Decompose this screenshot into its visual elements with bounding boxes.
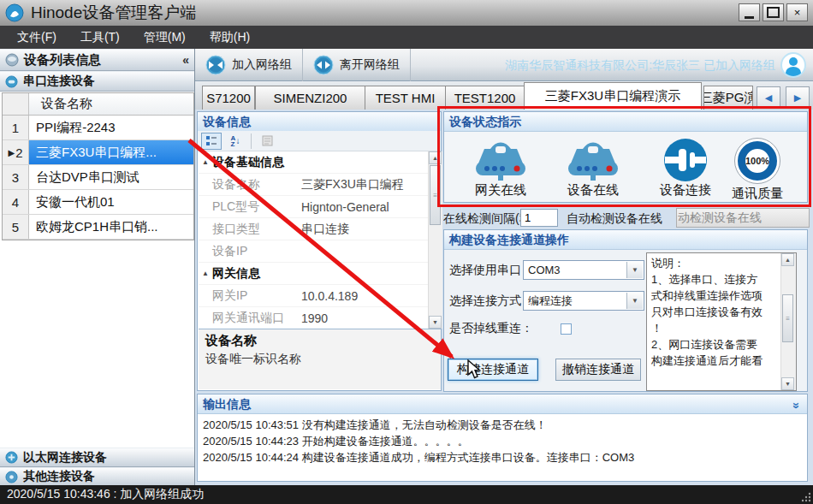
indicator-device-online: 设备在线 — [549, 138, 638, 199]
scroll-thumb[interactable]: ≡ — [430, 165, 441, 225]
menu-file[interactable]: 文件(F) — [5, 26, 68, 49]
sidebar-header[interactable]: 设备列表信息 « — [0, 49, 194, 71]
connect-mode-label: 选择连接方式 — [449, 294, 521, 309]
description-text: 设备唯一标识名称 — [205, 352, 434, 367]
resize-grip[interactable] — [801, 492, 811, 502]
device-row[interactable]: 1 PPI编程-2243 — [3, 116, 193, 140]
tab-test-hmi[interactable]: TEST HMI — [365, 86, 446, 110]
app-window: Hinode设备管理客户端 × 文件(F) 工具(T) 管理(M) 帮助(H) … — [0, 0, 813, 504]
detect-interval-input[interactable]: 1 — [520, 209, 558, 227]
device-table: 设备名称 1 PPI编程-2243 ▶2 三菱FX3U串口编程... 3 台达D… — [2, 92, 194, 240]
property-pages-icon — [262, 135, 273, 146]
tab-mitsubishi-pg[interactable]: 三菱PG演 — [703, 86, 753, 110]
property-category[interactable]: ▲设备基础信息 — [199, 151, 428, 174]
dropdown-arrow-icon[interactable]: ▼ — [626, 262, 643, 278]
minimize-icon — [745, 16, 754, 19]
property-grid-scrollbar[interactable]: ▲ ≡ ▼ — [428, 151, 442, 329]
property-row[interactable]: 接口类型串口连接 — [199, 218, 428, 240]
property-row[interactable]: 网关通讯端口1990 — [199, 307, 428, 329]
category-triangle-icon: ▲ — [199, 158, 212, 166]
property-category[interactable]: ▲网关信息 — [199, 263, 428, 285]
serial-port-combobox[interactable]: COM3 ▼ — [523, 260, 644, 280]
maximize-icon — [767, 7, 780, 18]
index-column-header — [3, 93, 29, 115]
indicator-comm-quality: 100% 通讯质量 — [713, 138, 802, 202]
other-device-icon — [5, 471, 18, 483]
section-serial-devices[interactable]: 串口连接设备 — [0, 71, 194, 92]
output-panel-title: 输出信息 » — [198, 394, 807, 414]
tab-s71200[interactable]: S71200 — [202, 86, 255, 110]
sort-az-icon: AZ ↓ — [231, 135, 240, 147]
row-selected-marker: ▶ — [8, 148, 15, 157]
company-status-text: 湖南华辰智通科技有限公司:华辰张三 已加入网络组 — [505, 49, 775, 81]
instructions-scrollbar[interactable]: ▲ ≡ ▼ — [780, 253, 796, 390]
close-button[interactable]: × — [786, 3, 808, 21]
collapse-chevron-icon[interactable]: » — [787, 402, 806, 409]
connect-mode-combobox[interactable]: 编程连接 ▼ — [523, 291, 644, 311]
auto-detect-button-disabled: 自动检测设备在线 — [676, 208, 810, 228]
section-ethernet-devices[interactable]: 以太网连接设备 — [0, 448, 194, 467]
name-column-header: 设备名称 — [29, 93, 193, 115]
destroy-channel-button[interactable]: 撤销连接通道 — [555, 359, 641, 381]
sort-alphabetical-button[interactable]: AZ ↓ — [225, 133, 246, 150]
user-avatar[interactable] — [780, 52, 806, 78]
reconnect-checkbox[interactable] — [561, 323, 572, 335]
category-triangle-icon: ▲ — [199, 270, 212, 277]
device-row[interactable]: 4 安徽一代机01 — [3, 190, 193, 215]
statusbar: 2020/5/15 10:43:46 : 加入网络组成功 — [0, 485, 813, 504]
description-title: 设备名称 — [205, 333, 434, 349]
section-other-devices[interactable]: 其他连接设备 — [0, 467, 194, 486]
device-table-header[interactable]: 设备名称 — [3, 93, 193, 116]
tab-simenzi200[interactable]: SIMENZI200 — [255, 86, 365, 110]
property-pages-button-disabled — [257, 133, 277, 150]
scroll-down-button[interactable]: ▼ — [781, 377, 794, 390]
property-row[interactable]: 设备IP — [199, 240, 428, 263]
person-icon — [782, 54, 804, 76]
property-grid: ▲设备基础信息 设备名称三菱FX3U串口编程 PLC型号Hignton-Gene… — [199, 151, 428, 329]
menu-help[interactable]: 帮助(H) — [198, 26, 262, 49]
join-network-button[interactable]: 加入网络组 — [195, 49, 303, 81]
tab-test1200[interactable]: TEST1200 — [445, 86, 525, 110]
scroll-up-button[interactable]: ▲ — [429, 151, 442, 164]
menu-manage[interactable]: 管理(M) — [132, 26, 198, 49]
property-row[interactable]: 设备名称三菱FX3U串口编程 — [199, 174, 428, 196]
categorized-view-button[interactable] — [201, 133, 222, 150]
device-row[interactable]: 5 欧姆龙CP1H串口销... — [3, 215, 193, 240]
categorized-icon — [205, 135, 217, 147]
detect-interval-label: 在线检测间隔(秒 — [443, 211, 520, 227]
serial-port-label: 选择使用串口 — [449, 263, 521, 278]
sidebar-collapse-icon[interactable]: « — [182, 53, 189, 67]
property-row[interactable]: 网关IP10.0.4.189 — [199, 285, 428, 307]
scroll-down-button[interactable]: ▼ — [429, 316, 442, 329]
minimize-button[interactable] — [739, 3, 760, 21]
device-row[interactable]: 3 台达DVP串口测试 — [3, 165, 193, 190]
scroll-up-button[interactable]: ▲ — [781, 253, 794, 266]
leave-network-button[interactable]: 离开网络组 — [303, 49, 411, 81]
device-list-icon — [5, 53, 19, 67]
app-logo-icon — [5, 3, 24, 22]
instructions-box: 说明： 1、选择串口、连接方 式和掉线重连操作选项 只对串口连接设备有效 ！ 2… — [646, 252, 797, 391]
menu-tools[interactable]: 工具(T) — [68, 26, 132, 49]
quality-value: 100% — [745, 156, 769, 166]
status-indicator-panel: 设备状态指示 网关在线 设备在线 — [443, 111, 808, 203]
indicator-gateway-online: 网关在线 — [456, 138, 545, 199]
tab-mitsubishi-fx3u-active[interactable]: 三菱FX3U串口编程演示 — [524, 82, 702, 110]
log-line: 2020/5/15 10:44:23 开始构建设备连接通道。。。。。 — [198, 433, 807, 449]
property-row[interactable]: PLC型号Hignton-General — [199, 196, 428, 218]
device-tab-strip: S71200 SIMENZI200 TEST HMI TEST1200 三菱FX… — [195, 81, 813, 110]
leave-network-label: 离开网络组 — [340, 57, 400, 73]
dropdown-arrow-icon[interactable]: ▼ — [626, 293, 643, 309]
section-ethernet-label: 以太网连接设备 — [23, 450, 107, 465]
toolbar-separator — [251, 133, 252, 149]
maximize-button[interactable] — [763, 3, 784, 21]
property-grid-toolbar: AZ ↓ — [198, 131, 441, 151]
build-channel-button[interactable]: 构建连接通道 — [448, 359, 538, 381]
reconnect-label: 是否掉线重连： — [449, 321, 533, 336]
device-list-sidebar: 设备列表信息 « 串口连接设备 设备名称 1 PPI编程-2243 ▶2 三菱F… — [0, 49, 195, 485]
quality-donut-icon: 100% — [734, 138, 780, 184]
device-row-selected[interactable]: ▶2 三菱FX3U串口编程... — [3, 140, 193, 165]
tab-scroll-left-button[interactable]: ◀ — [757, 86, 780, 109]
scroll-thumb[interactable]: ≡ — [782, 294, 793, 342]
statusbar-text: 2020/5/15 10:43:46 : 加入网络组成功 — [7, 487, 204, 502]
tab-scroll-right-button[interactable]: ▶ — [786, 86, 810, 109]
